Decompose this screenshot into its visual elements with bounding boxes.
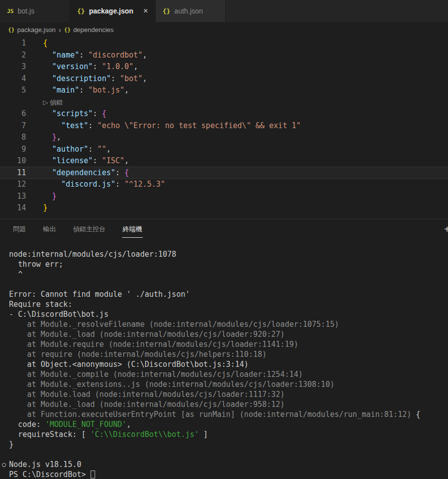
breadcrumb-label: package.json xyxy=(17,26,56,34)
vscode-window: { "window": { "tabs": [ {"icon": "js", "… xyxy=(0,0,448,479)
codelens-line: ▷ 偵錯 xyxy=(0,97,448,109)
code-text: "dependencies": { xyxy=(43,167,129,179)
terminal-line: ^ xyxy=(9,269,448,279)
code-text: } xyxy=(43,191,57,203)
terminal-line xyxy=(9,449,448,459)
terminal-line: at require (node:internal/modules/cjs/he… xyxy=(9,349,448,359)
code-line: 3 "version": "1.0.0", xyxy=(0,61,448,73)
code-text: }, xyxy=(43,132,61,144)
close-tab-icon[interactable]: × xyxy=(143,7,148,15)
terminal-line: at Module._extensions..js (node:internal… xyxy=(9,379,448,389)
new-terminal-button[interactable]: + xyxy=(444,224,448,235)
code-line: 1{ xyxy=(0,38,448,50)
terminal-line: - C:\DiscordBot\bot.js xyxy=(9,309,448,319)
terminal-line: requireStack: [ 'C:\\DiscordBot\\bot.js'… xyxy=(9,429,448,439)
terminal-line: at Object.<anonymous> (C:\DiscordBot\bot… xyxy=(9,359,448,369)
json-braces-icon: {} xyxy=(64,27,71,33)
terminal-line: node:internal/modules/cjs/loader:1078 xyxy=(9,249,448,259)
line-number: 2 xyxy=(0,50,26,62)
code-text: "main": "bot.js", xyxy=(43,85,129,97)
code-text: "scripts": { xyxy=(43,108,106,120)
code-text: "author": "", xyxy=(43,144,111,156)
terminal-line: ○Node.js v18.15.0 xyxy=(9,459,448,469)
code-line: 11 "dependencies": { xyxy=(0,167,448,179)
line-number: 8 xyxy=(0,132,26,144)
terminal-line: at Module._resolveFilename (node:interna… xyxy=(9,319,448,329)
code-text: "description": "bot", xyxy=(43,73,147,85)
code-editor[interactable]: 1{2 "name": "discordbot",3 "version": "1… xyxy=(0,38,448,219)
line-number: 10 xyxy=(0,155,26,167)
code-line: 7 "test": "echo \"Error: no test specifi… xyxy=(0,120,448,132)
line-number: 1 xyxy=(0,38,26,50)
line-number: 13 xyxy=(0,191,26,203)
command-decoration-icon: ○ xyxy=(2,459,6,469)
terminal-line: PS C:\DiscordBot> xyxy=(9,469,448,479)
terminal-line: at Module._load (node:internal/modules/c… xyxy=(9,329,448,339)
code-text: "name": "discordbot", xyxy=(43,50,147,62)
breadcrumb-separator-icon: › xyxy=(59,26,61,34)
panel-tab-終端機[interactable]: 終端機 xyxy=(122,222,143,238)
code-text: "version": "1.0.0", xyxy=(43,61,138,73)
code-line: 8 }, xyxy=(0,132,448,144)
terminal-line: Require stack: xyxy=(9,299,448,309)
json-braces-icon: {} xyxy=(163,8,171,15)
line-number: 9 xyxy=(0,144,26,156)
tab-label: auth.json xyxy=(174,7,203,15)
breadcrumb-label: dependencies xyxy=(73,26,114,34)
code-line: 5 "main": "bot.js", xyxy=(0,85,448,97)
code-line: 9 "author": "", xyxy=(0,144,448,156)
terminal-cursor[interactable] xyxy=(91,470,95,478)
line-number: 12 xyxy=(0,179,26,191)
tab-label: bot.js xyxy=(18,7,34,15)
breadcrumb[interactable]: {}package.json›{}dependencies xyxy=(0,22,448,38)
terminal-line: } xyxy=(9,439,448,449)
code-line: 14} xyxy=(0,202,448,214)
terminal-output[interactable]: node:internal/modules/cjs/loader:1078 th… xyxy=(0,241,448,479)
panel-tab-輸出[interactable]: 輸出 xyxy=(43,222,57,238)
code-text: "discord.js": "^12.5.3" xyxy=(43,179,165,191)
line-number xyxy=(0,97,26,109)
panel-tab-偵錯主控台[interactable]: 偵錯主控台 xyxy=(73,222,106,238)
json-braces-icon: {} xyxy=(8,27,15,33)
line-number: 3 xyxy=(0,61,26,73)
tab-package.json[interactable]: {}package.json× xyxy=(70,0,156,22)
code-text: "test": "echo \"Error: no test specified… xyxy=(43,120,301,132)
code-line: 4 "description": "bot", xyxy=(0,73,448,85)
breadcrumb-item-package.json[interactable]: {}package.json xyxy=(8,26,56,34)
panel-tab-問題[interactable]: 問題 xyxy=(13,222,27,238)
code-text: } xyxy=(43,202,48,214)
line-number: 11 xyxy=(0,167,26,179)
panel-tab-bar: 問題輸出偵錯主控台終端機 + xyxy=(0,219,448,241)
tab-bot.js[interactable]: JSbot.js xyxy=(0,0,70,22)
code-line: 10 "license": "ISC", xyxy=(0,155,448,167)
tab-auth.json[interactable]: {}auth.json xyxy=(156,0,226,22)
line-number: 4 xyxy=(0,73,26,85)
terminal-line: Error: Cannot find module ' ./auth.json' xyxy=(9,289,448,299)
terminal-line: at Module._load (node:internal/modules/c… xyxy=(9,399,448,409)
line-number: 7 xyxy=(0,120,26,132)
code-text: "license": "ISC", xyxy=(43,155,129,167)
terminal-line: at Module.require (node:internal/modules… xyxy=(9,339,448,349)
code-line: 12 "discord.js": "^12.5.3" xyxy=(0,179,448,191)
line-number: 6 xyxy=(0,108,26,120)
terminal-line: code: 'MODULE_NOT_FOUND', xyxy=(9,419,448,429)
tab-label: package.json xyxy=(89,7,134,15)
line-number: 5 xyxy=(0,85,26,97)
bottom-panel: 問題輸出偵錯主控台終端機 + node:internal/modules/cjs… xyxy=(0,219,448,479)
terminal-line: throw err; xyxy=(9,259,448,269)
js-file-icon: JS xyxy=(7,8,14,15)
code-line: 6 "scripts": { xyxy=(0,108,448,120)
line-number: 14 xyxy=(0,202,26,214)
terminal-line xyxy=(9,279,448,289)
code-line: 13 } xyxy=(0,191,448,203)
code-text: { xyxy=(43,38,48,50)
breadcrumb-item-dependencies[interactable]: {}dependencies xyxy=(64,26,114,34)
terminal-line: at Function.executeUserEntryPoint [as ru… xyxy=(9,409,448,419)
json-braces-icon: {} xyxy=(77,8,85,15)
terminal-line: at Module._compile (node:internal/module… xyxy=(9,369,448,379)
debug-codelens[interactable]: ▷ 偵錯 xyxy=(43,97,63,109)
terminal-line: at Module.load (node:internal/modules/cj… xyxy=(9,389,448,399)
code-line: 2 "name": "discordbot", xyxy=(0,50,448,62)
editor-tab-bar: JSbot.js{}package.json×{}auth.json xyxy=(0,0,448,22)
